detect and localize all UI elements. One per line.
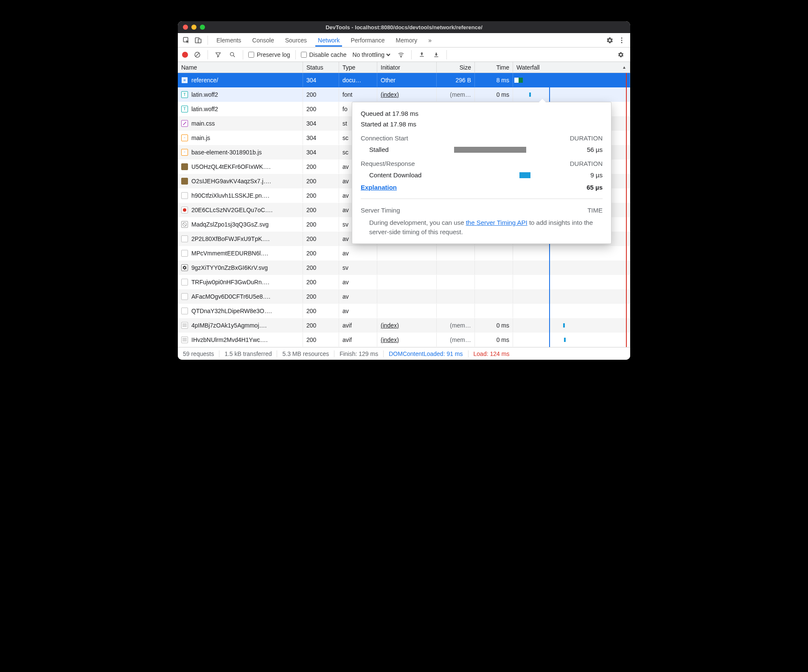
- tab-memory[interactable]: Memory: [393, 34, 420, 47]
- tab-elements[interactable]: Elements: [214, 34, 244, 47]
- request-initiator[interactable]: [377, 246, 437, 260]
- request-name: latin.woff2: [191, 91, 218, 98]
- request-name: 20E6CLcSzNV2GELQu7oC….: [191, 207, 272, 213]
- record-button[interactable]: [182, 52, 188, 58]
- request-size: [437, 260, 475, 274]
- request-initiator[interactable]: [377, 304, 437, 318]
- request-row[interactable]: Tlatin.woff2200font(index)(mem…0 ms: [178, 87, 630, 102]
- request-name: main.css: [191, 120, 215, 127]
- request-name: MadqZslZpo1sj3qQ3GsZ.svg: [191, 221, 269, 228]
- minimize-traffic-light[interactable]: [191, 25, 196, 30]
- panel-tabs-bar: Elements Console Sources Network Perform…: [178, 33, 630, 48]
- request-initiator[interactable]: [377, 275, 437, 289]
- request-status: 200: [303, 232, 339, 246]
- request-status: 200: [303, 333, 339, 347]
- network-conditions-icon[interactable]: [396, 50, 406, 60]
- request-initiator[interactable]: [377, 260, 437, 274]
- request-status: 200: [303, 102, 339, 116]
- col-initiator[interactable]: Initiator: [377, 62, 437, 73]
- network-toolbar: Preserve log Disable cache No throttling: [178, 48, 630, 62]
- request-name: main.js: [191, 134, 210, 141]
- request-status: 200: [303, 217, 339, 231]
- filter-icon[interactable]: [213, 50, 223, 60]
- status-dcl: DOMContentLoaded: 91 ms: [384, 350, 468, 357]
- throttling-select[interactable]: No throttling: [351, 51, 392, 59]
- preserve-log-input[interactable]: [248, 52, 254, 58]
- disable-cache-checkbox[interactable]: Disable cache: [301, 51, 347, 58]
- request-time: 0 ms: [475, 318, 513, 332]
- preserve-log-checkbox[interactable]: Preserve log: [248, 51, 290, 58]
- request-status: 200: [303, 289, 339, 303]
- content-download-bar: [519, 172, 530, 178]
- col-time[interactable]: Time: [475, 62, 513, 73]
- request-time: [475, 304, 513, 318]
- request-waterfall: [513, 87, 630, 101]
- close-traffic-light[interactable]: [183, 25, 188, 30]
- clear-icon[interactable]: [192, 50, 202, 60]
- stalled-label: Stalled: [361, 146, 454, 153]
- tab-overflow[interactable]: »: [426, 34, 434, 47]
- svg-point-3: [621, 37, 623, 39]
- more-vert-icon[interactable]: [616, 34, 628, 46]
- col-type[interactable]: Type: [339, 62, 377, 73]
- request-row[interactable]: 4pIMBj7zOAk1y5Agmmoj….200avif(index)(mem…: [178, 318, 630, 333]
- tab-performance[interactable]: Performance: [348, 34, 387, 47]
- status-requests: 59 requests: [183, 350, 219, 357]
- server-timing-api-link[interactable]: the Server Timing API: [466, 219, 527, 226]
- col-size[interactable]: Size: [437, 62, 475, 73]
- request-type: av: [339, 275, 377, 289]
- network-settings-gear-icon[interactable]: [616, 50, 626, 60]
- request-row[interactable]: ≡reference/304docu…Other296 B8 ms: [178, 73, 630, 87]
- col-name[interactable]: Name: [178, 62, 303, 73]
- stalled-value: 56 µs: [530, 146, 603, 153]
- disable-cache-input[interactable]: [301, 52, 307, 58]
- table-header: Name Status Type Initiator Size Time Wat…: [178, 62, 630, 73]
- request-time: 0 ms: [475, 87, 513, 101]
- device-toggle-icon[interactable]: [192, 34, 204, 46]
- request-size: [437, 289, 475, 303]
- sort-asc-icon: ▲: [622, 65, 626, 70]
- request-row[interactable]: AFacMOgv6D0CFTr6U5e8….200av: [178, 289, 630, 304]
- request-type: av: [339, 304, 377, 318]
- zoom-traffic-light[interactable]: [200, 25, 205, 30]
- settings-gear-icon[interactable]: [604, 34, 616, 46]
- tab-network[interactable]: Network: [315, 34, 342, 47]
- search-icon[interactable]: [227, 50, 238, 60]
- request-initiator[interactable]: Other: [377, 73, 437, 87]
- request-row[interactable]: IHvzbNUlrm2Mvd4H1Ywc….200avif(index)(mem…: [178, 333, 630, 347]
- tab-sources[interactable]: Sources: [283, 34, 309, 47]
- request-name: base-element-3018901b.js: [191, 149, 262, 156]
- col-waterfall[interactable]: Waterfall ▲: [513, 62, 630, 73]
- request-status: 304: [303, 116, 339, 130]
- request-row[interactable]: MPcVmmemtEEDURBN6l….200av: [178, 246, 630, 260]
- request-initiator[interactable]: (index): [377, 333, 437, 347]
- explanation-link[interactable]: Explanation: [361, 184, 397, 191]
- inspect-element-icon[interactable]: [180, 34, 192, 46]
- request-size: (mem…: [437, 318, 475, 332]
- request-type: sv: [339, 260, 377, 274]
- request-initiator[interactable]: (index): [377, 318, 437, 332]
- request-initiator[interactable]: [377, 289, 437, 303]
- request-row[interactable]: 9gzXiTYY0nZzBxGI6KrV.svg200sv: [178, 260, 630, 275]
- upload-har-icon[interactable]: [417, 50, 427, 60]
- titlebar: DevTools - localhost:8080/docs/devtools/…: [178, 21, 630, 33]
- svg-point-8: [401, 56, 401, 57]
- request-status: 200: [303, 174, 339, 188]
- request-status: 304: [303, 73, 339, 87]
- request-name: reference/: [191, 77, 218, 84]
- duration-label: DURATION: [570, 134, 603, 142]
- status-bar: 59 requests 1.5 kB transferred 5.3 MB re…: [178, 347, 630, 360]
- request-name: h90CtfziXluvh1LSSKJE.pn….: [191, 192, 269, 199]
- request-name: O2sIJEHG9avKV4aqzSx7.j….: [191, 178, 271, 185]
- request-name: AFacMOgv6D0CFTr6U5e8….: [191, 293, 270, 300]
- request-waterfall: [513, 304, 630, 318]
- status-finish: Finish: 129 ms: [334, 350, 384, 357]
- download-har-icon[interactable]: [431, 50, 441, 60]
- request-row[interactable]: TRFujw0pi0nHF3GwDuRn….200av: [178, 275, 630, 289]
- col-status[interactable]: Status: [303, 62, 339, 73]
- tab-console[interactable]: Console: [250, 34, 276, 47]
- request-initiator[interactable]: (index): [377, 87, 437, 101]
- started-at: Started at 17.98 ms: [361, 120, 603, 128]
- request-row[interactable]: QTDnaY32hLDipeRW8e3O….200av: [178, 304, 630, 318]
- request-size: [437, 246, 475, 260]
